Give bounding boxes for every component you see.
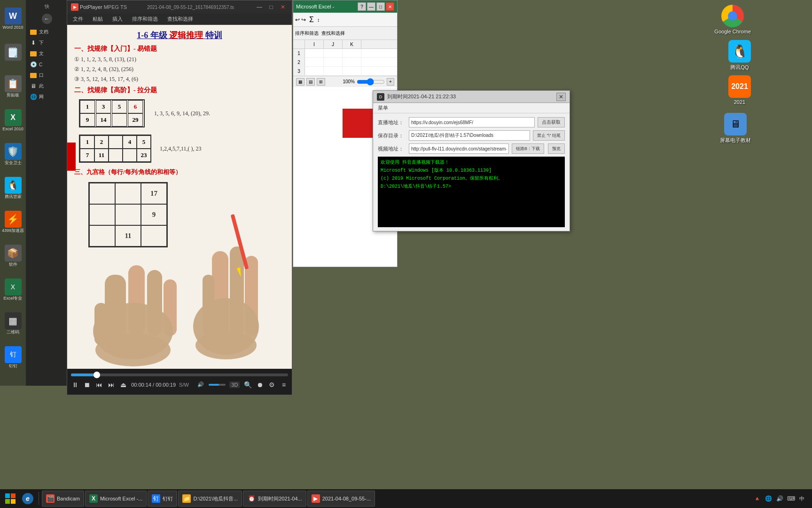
excel-help-button[interactable]: ?	[358, 2, 366, 11]
video-url-input[interactable]	[409, 143, 509, 154]
toolbar-redo-icon[interactable]: ↪	[301, 16, 306, 23]
svg-rect-16	[11, 493, 16, 498]
sidebar-item-drive[interactable]: 💿 C	[28, 59, 66, 70]
taskbar-icon-tencent[interactable]: 🐧 腾讯管家	[2, 172, 24, 205]
taskbar-icon-excel[interactable]: X Excel 2010	[2, 104, 24, 137]
network-tray-icon[interactable]: 🌐	[764, 494, 773, 503]
google-chrome-icon[interactable]: Google Chrome	[714, 5, 751, 34]
cell-K2[interactable]	[343, 58, 361, 66]
preview-button[interactable]: 预览	[548, 143, 565, 154]
sort-icon[interactable]: ↕	[317, 17, 320, 23]
svg-rect-15	[5, 493, 10, 498]
taskbar-icon-accelerator[interactable]: ⚡ 4399加速器	[2, 206, 24, 238]
cell-I3[interactable]	[305, 67, 324, 75]
sidebar-item-download[interactable]: ⬇ 下	[28, 38, 66, 48]
sidebar-item-doc2[interactable]: 文	[28, 48, 66, 59]
taskbar-icon-word[interactable]: W Word 2010	[2, 2, 24, 35]
eject-button[interactable]: ⏏	[119, 379, 128, 390]
taskbar-icon-dingtalk[interactable]: 钉 钉钉	[2, 341, 24, 374]
record-button[interactable]: ⏺	[256, 379, 264, 390]
taskbar-icon-software[interactable]: 📦 软件	[2, 239, 24, 272]
prev-button[interactable]: ⏮	[95, 379, 103, 390]
cell-I1[interactable]	[305, 49, 324, 57]
dialog-menu-item[interactable]: 菜单	[376, 104, 390, 111]
cell-K3[interactable]	[343, 67, 361, 75]
zoom-slider[interactable]	[357, 80, 385, 84]
bottom-taskbar: e 🎬 Bandicam X Microsoft Excel -... 钉 钉钉…	[0, 489, 812, 508]
cell-K1[interactable]	[343, 49, 361, 57]
menu-item-sort[interactable]: 排序和筛选	[130, 15, 160, 24]
start-button[interactable]	[2, 490, 19, 507]
cell-I2[interactable]	[305, 58, 324, 66]
stream-url-input[interactable]	[409, 117, 535, 127]
menu-item-file[interactable]: 文件	[71, 15, 85, 24]
dingtalk-taskbar-button[interactable]: 钉 钉钉	[148, 491, 177, 507]
screen-edu-icon[interactable]: 🖥 屏幕电子教材	[720, 113, 751, 144]
sidebar-item-doc1[interactable]: 文档	[28, 27, 66, 37]
number-grid-2: 1 2 4 5 7 11 23	[79, 135, 151, 163]
downloader-taskbar-label: 到期时间2021-04...	[258, 495, 302, 502]
cell-J3[interactable]	[324, 67, 343, 75]
edu-title: 1-6 年级 逻辑推理 特训	[74, 30, 285, 41]
find-label: 查找和选择	[321, 30, 345, 37]
excel-maximize-button[interactable]: □	[376, 2, 385, 11]
no-backslash-button[interactable]: 禁止 "\" 结尾	[533, 130, 565, 141]
dialog-close-button[interactable]: ✕	[556, 93, 566, 101]
potplayer-taskbar-button[interactable]: ▶ 2021-04-08_09-55-...	[307, 491, 375, 507]
keyboard-tray-icon[interactable]: ⌨	[786, 494, 796, 503]
menu-item-paste[interactable]: 粘贴	[91, 15, 105, 24]
close-button[interactable]: ✕	[278, 2, 288, 12]
download-button[interactable]: 链路B：下载	[512, 143, 544, 154]
excel-close-button[interactable]: ✕	[386, 2, 394, 11]
bandicam-taskbar-button[interactable]: 🎬 Bandicam	[42, 491, 84, 507]
maximize-button[interactable]: □	[266, 2, 276, 12]
grid-cell: 4	[122, 135, 137, 149]
normal-view-button[interactable]: ▦	[296, 78, 304, 86]
progress-bar[interactable]	[71, 373, 288, 376]
next-button[interactable]: ⏭	[107, 379, 116, 390]
network-icon: 🌐	[30, 93, 37, 101]
cell-J2[interactable]	[324, 58, 343, 66]
sidebar-item-folder3[interactable]: 口	[28, 70, 66, 80]
svg-rect-9	[230, 246, 244, 336]
sidebar-item-network[interactable]: 🌐 网	[28, 92, 66, 102]
save-dir-input[interactable]	[409, 130, 530, 141]
year2021-icon[interactable]: 2021 2021	[728, 75, 751, 105]
taskbar-icon-excel-pro[interactable]: X Excel专业	[2, 273, 24, 306]
settings-button[interactable]: ⚙	[268, 379, 276, 390]
taskbar-icon-security[interactable]: 🛡️ 安全卫士	[2, 138, 24, 171]
potplayer-titlebar: ▶ PotPlayer MPEG TS 2021-04-08_09-55-12_…	[67, 0, 292, 14]
layout-view-button[interactable]: ▤	[306, 78, 315, 86]
chrome-icon-center	[728, 11, 737, 21]
get-url-button[interactable]: 点击获取	[538, 117, 565, 127]
downloader-taskbar-button[interactable]: ⏰ 到期时间2021-04...	[243, 491, 306, 507]
ie-taskbar-button[interactable]: e	[20, 491, 36, 507]
menu-item-insert[interactable]: 插入	[110, 15, 125, 24]
taskbar-icon-app2[interactable]: 🗒️	[2, 36, 24, 69]
sound-tray-icon[interactable]: 🔊	[775, 494, 784, 503]
stop-button[interactable]: ⏹	[83, 379, 92, 390]
sidebar-item-computer[interactable]: 🖥 此	[28, 81, 66, 91]
ie-icon: e	[22, 493, 33, 504]
dialog-menu: 菜单	[373, 103, 570, 113]
qq-icon[interactable]: 🐧 腾讯QQ	[728, 40, 751, 71]
taskbar-icon-clipboard[interactable]: 📋 剪贴板	[2, 70, 24, 103]
play-pause-button[interactable]: ⏸	[71, 379, 79, 390]
tray-icon-1[interactable]: 🔺	[752, 494, 762, 503]
excel-taskbar-button[interactable]: X Microsoft Excel -...	[85, 491, 147, 507]
menu-item-find[interactable]: 查找和选择	[165, 15, 195, 24]
files-taskbar-button[interactable]: 📁 D:\2021\地瓜抖音...	[178, 491, 242, 507]
pagebreak-view-button[interactable]: ⊞	[317, 78, 325, 86]
toolbar-undo-icon[interactable]: ↩	[295, 16, 300, 23]
volume-slider[interactable]	[209, 384, 226, 386]
sidebar-back-button[interactable]: ←	[42, 14, 52, 24]
zoom-in-button[interactable]: +	[387, 78, 394, 86]
zoom-button[interactable]: 🔍	[243, 379, 252, 390]
cell-J1[interactable]	[324, 49, 343, 57]
taskbar-time[interactable]: 中	[797, 495, 806, 502]
playlist-button[interactable]: ≡	[280, 379, 288, 390]
excel-minimize-button[interactable]: —	[367, 2, 375, 11]
volume-button[interactable]: 🔊	[196, 379, 205, 390]
taskbar-icon-qrcode[interactable]: ▦ 二维码	[2, 307, 24, 340]
minimize-button[interactable]: —	[254, 2, 265, 12]
